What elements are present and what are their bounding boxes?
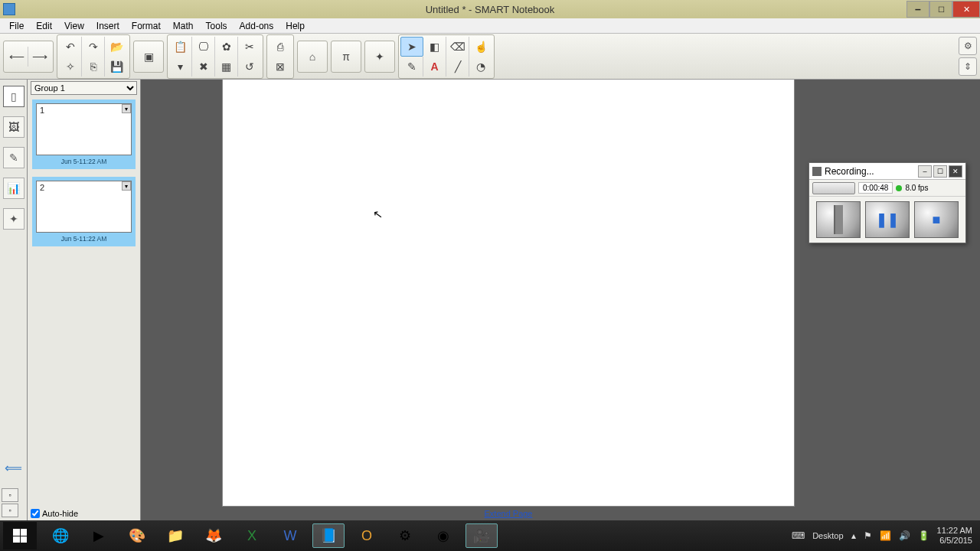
delete-button[interactable]: ⊠ [269, 57, 292, 77]
shapes-tool[interactable]: ◧ [423, 37, 446, 57]
eraser-tool[interactable]: ⌫ [446, 37, 469, 57]
page-canvas[interactable]: ↖ [222, 80, 795, 507]
reset-button[interactable]: ✂ [238, 37, 261, 57]
menu-help[interactable]: Help [279, 19, 311, 33]
tray-flag-icon[interactable]: ⚑ [864, 530, 872, 541]
close-button[interactable] [952, 1, 980, 18]
recorder-window[interactable]: Recording... – ☐ ✕ 0:00:48 8.0 fps ❚❚ ■ [808, 162, 966, 243]
redo-button[interactable]: ↷ [82, 37, 105, 57]
addons-tab[interactable]: ✦ [3, 208, 24, 230]
screen-capture-button[interactable]: 🖵 [192, 37, 215, 57]
properties-tab[interactable]: 📊 [3, 178, 24, 199]
taskbar-word-icon[interactable]: W [274, 523, 306, 548]
tray-up-icon[interactable]: ▴ [851, 530, 856, 541]
taskbar-app2-icon[interactable]: ◉ [427, 523, 459, 548]
addons-button[interactable]: ✦ [367, 47, 393, 67]
recorder-record-button[interactable] [816, 201, 861, 238]
menu-view[interactable]: View [58, 19, 90, 33]
recorder-stop-button[interactable]: ■ [914, 201, 959, 238]
menu-file[interactable]: File [3, 19, 30, 33]
recorder-menu-button[interactable] [812, 182, 855, 194]
next-page-button[interactable]: ⟶ [28, 47, 51, 67]
window-title: Untitled * - SMART Notebook [426, 4, 555, 15]
text-tool[interactable]: A [423, 57, 446, 77]
pens-tool[interactable]: ✎ [400, 57, 423, 77]
group-select[interactable]: Group 1 [31, 81, 137, 95]
menu-tools[interactable]: Tools [200, 19, 234, 33]
cut-button[interactable]: ✖ [192, 57, 215, 77]
desktop-label[interactable]: Desktop [812, 531, 843, 540]
math-button[interactable]: π [333, 47, 359, 67]
taskbar-ie-icon[interactable]: 🌐 [44, 523, 77, 548]
taskbar-app1-icon[interactable]: ⚙ [389, 523, 421, 548]
extend-page-link[interactable]: Extend Page [485, 509, 533, 518]
recorder-close-button[interactable]: ✕ [949, 165, 962, 178]
screen-shade-button[interactable]: ▣ [136, 47, 162, 67]
taskbar-outlook-icon[interactable]: O [351, 523, 383, 548]
page-thumbnail-1[interactable]: 1 ▾ Jun 5-11:22 AM [32, 99, 136, 169]
move-toolbar-button[interactable]: ⇕ [959, 57, 977, 76]
attachments-tab[interactable]: ✎ [3, 147, 24, 168]
minimize-button[interactable] [906, 1, 929, 18]
table-button[interactable]: ▦ [215, 57, 238, 77]
windows-logo-icon [13, 529, 27, 543]
lines-tool[interactable]: ╱ [446, 57, 469, 77]
taskbar-explorer-icon[interactable]: 📁 [159, 523, 191, 548]
maximize-button[interactable] [929, 1, 952, 18]
recorder-maximize-button[interactable]: ☐ [933, 165, 947, 178]
menu-format[interactable]: Format [126, 19, 167, 33]
menu-edit[interactable]: Edit [30, 19, 58, 33]
side-option-2[interactable]: ▫ [2, 504, 18, 517]
open-button[interactable]: 📂 [105, 37, 128, 57]
taskbar-paint-icon[interactable]: 🎨 [121, 523, 153, 548]
properties-button[interactable]: ⚙ [959, 37, 977, 55]
page-sorter-tab[interactable]: ▯ [3, 86, 24, 107]
menu-math[interactable]: Math [167, 19, 200, 33]
insert-button[interactable]: ⎙ [269, 37, 292, 57]
save-button[interactable]: 💾 [105, 57, 128, 77]
menu-addons[interactable]: Add-ons [234, 19, 280, 33]
fill-tool[interactable]: ☝ [469, 37, 492, 57]
paste-button[interactable]: 📋 [169, 37, 192, 57]
delete-page-button[interactable]: ⎘ [82, 57, 105, 77]
undo-button[interactable]: ↶ [59, 37, 82, 57]
response-button[interactable]: ⌂ [299, 47, 325, 67]
taskbar-clock[interactable]: 11:22 AM 6/5/2015 [937, 526, 972, 546]
recorder-titlebar[interactable]: Recording... – ☐ ✕ [809, 163, 965, 180]
reset-page-button[interactable]: ↺ [238, 57, 261, 77]
page-sorter-panel: Group 1 1 ▾ Jun 5-11:22 AM 2 ▾ Jun 5-11:… [28, 80, 141, 520]
side-option-1[interactable]: ▫ [2, 488, 18, 502]
gallery-tab[interactable]: 🖼 [3, 116, 24, 138]
menu-insert[interactable]: Insert [90, 19, 126, 33]
taskbar-recorder-icon[interactable]: 🎥 [466, 523, 498, 548]
network-icon[interactable]: 📶 [880, 530, 891, 541]
taskbar-excel-icon[interactable]: X [236, 523, 268, 548]
doc-camera-button[interactable]: ✿ [215, 37, 238, 57]
battery-icon[interactable]: 🔋 [918, 530, 929, 541]
page-menu-icon[interactable]: ▾ [122, 104, 131, 113]
app-icon [3, 3, 15, 15]
title-bar: Untitled * - SMART Notebook [0, 0, 980, 18]
autohide-input[interactable] [31, 509, 40, 518]
menu-bar: File Edit View Insert Format Math Tools … [0, 18, 980, 34]
prev-page-button[interactable]: ⟵ [5, 47, 28, 67]
page-menu-icon[interactable]: ▾ [122, 181, 131, 191]
taskbar-firefox-icon[interactable]: 🦊 [198, 523, 230, 548]
start-button[interactable] [3, 522, 37, 549]
taskbar-notebook-icon[interactable]: 📘 [312, 523, 345, 548]
collapse-arrow-icon[interactable]: ⟸ [5, 461, 23, 474]
regular-poly-tool[interactable]: ◔ [469, 57, 492, 77]
page-thumbnail-2[interactable]: 2 ▾ Jun 5-11:22 AM [32, 177, 136, 246]
keyboard-icon[interactable]: ⌨ [792, 530, 805, 541]
new-page-button[interactable]: ✧ [59, 57, 82, 77]
toolbar: ⟵ ⟶ ↶ ↷ 📂 ✧ ⎘ 💾 ▣ 📋 🖵 ✿ ✂ ▾ ✖ ▦ ↺ ⎙ [0, 34, 980, 80]
capture-button[interactable]: ▾ [169, 57, 192, 77]
taskbar-media-icon[interactable]: ▶ [83, 523, 115, 548]
recorder-minimize-button[interactable]: – [918, 165, 932, 178]
recorder-icon [812, 167, 822, 176]
autohide-checkbox[interactable]: Auto-hide [31, 509, 78, 518]
system-tray: ⌨ Desktop ▴ ⚑ 📶 🔊 🔋 11:22 AM 6/5/2015 [792, 526, 977, 546]
select-tool[interactable]: ➤ [400, 37, 423, 57]
recorder-pause-button[interactable]: ❚❚ [865, 201, 910, 238]
volume-icon[interactable]: 🔊 [899, 530, 910, 541]
